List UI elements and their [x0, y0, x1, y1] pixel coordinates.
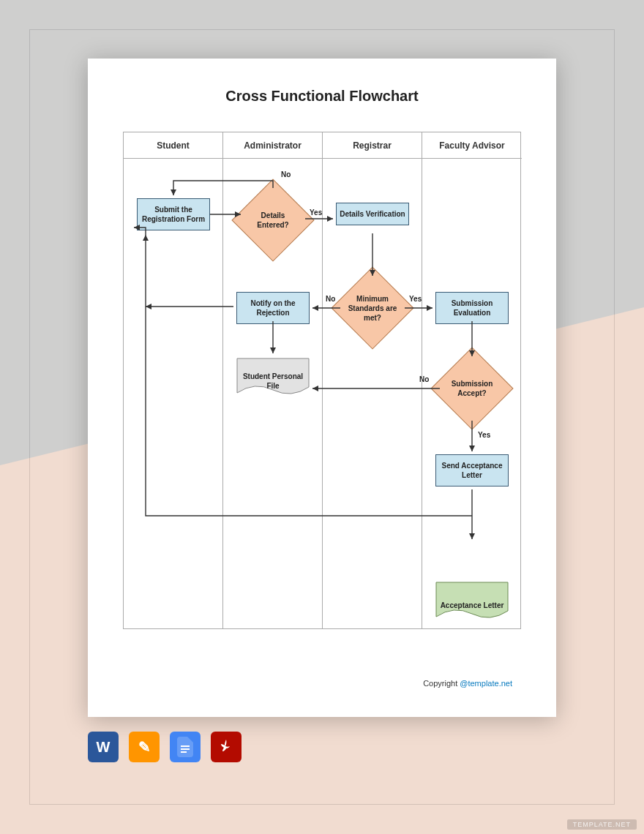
label-no-3: No: [419, 375, 429, 383]
file-format-icons: W ✎: [88, 732, 242, 762]
node-submission-eval: Submission Evaluation: [435, 292, 509, 324]
lane-header-student: Student: [124, 132, 222, 159]
node-notify-rejection: Notify on the Rejection: [236, 292, 310, 324]
svg-rect-0: [181, 745, 190, 747]
label-yes-1: Yes: [310, 209, 322, 217]
page-title: Cross Functional Flowchart: [88, 88, 556, 105]
node-details-verification: Details Verification: [336, 203, 409, 225]
watermark: TEMPLATE.NET: [567, 819, 637, 830]
gdoc-icon[interactable]: [170, 732, 201, 762]
node-student-file: Student Personal File: [236, 358, 310, 397]
copyright-link[interactable]: @template.net: [460, 679, 512, 688]
node-details-entered: Details Entered?: [244, 191, 302, 249]
lane-header-faculty: Faculty Advisor: [422, 132, 522, 159]
lane-header-administrator: Administrator: [223, 132, 322, 159]
node-submission-accept: Submission Accept?: [443, 359, 501, 418]
svg-rect-1: [181, 748, 190, 750]
node-acceptance-letter: Acceptance Letter: [435, 582, 509, 621]
node-send-acceptance: Send Acceptance Letter: [435, 454, 509, 487]
node-min-standards: Minimum Standards are met?: [343, 279, 402, 337]
copyright-line: Copyright @template.net: [423, 679, 512, 688]
pages-icon[interactable]: ✎: [129, 732, 160, 762]
label-no-1: No: [281, 170, 291, 179]
word-icon[interactable]: W: [88, 732, 119, 762]
document-page: Cross Functional Flowchart Student Admin…: [88, 59, 556, 717]
label-no-2: No: [326, 295, 335, 303]
lane-header-registrar: Registrar: [323, 132, 422, 159]
svg-rect-2: [181, 751, 187, 753]
pdf-icon[interactable]: [211, 732, 242, 762]
swimlane-grid: Student Administrator Registrar Faculty …: [123, 132, 521, 629]
label-yes-2: Yes: [409, 295, 422, 303]
node-submit-form: Submit the Registration Form: [137, 198, 210, 230]
label-yes-3: Yes: [478, 431, 490, 439]
